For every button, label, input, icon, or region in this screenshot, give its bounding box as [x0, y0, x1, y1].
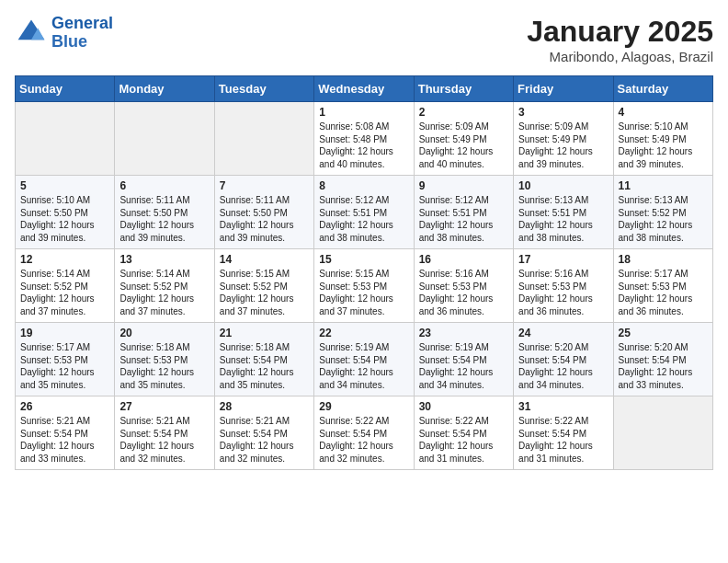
calendar-cell: 19Sunrise: 5:17 AM Sunset: 5:53 PM Dayli… — [16, 323, 115, 396]
calendar-cell: 23Sunrise: 5:19 AM Sunset: 5:54 PM Dayli… — [414, 323, 513, 396]
day-number: 27 — [119, 400, 209, 413]
day-info: Sunrise: 5:17 AM Sunset: 5:53 PM Dayligh… — [619, 268, 708, 317]
title-area: January 2025 Maribondo, Alagoas, Brazil — [527, 15, 713, 64]
day-number: 1 — [319, 106, 408, 119]
calendar-cell: 29Sunrise: 5:22 AM Sunset: 5:54 PM Dayli… — [314, 396, 414, 470]
day-info: Sunrise: 5:14 AM Sunset: 5:52 PM Dayligh… — [20, 268, 109, 317]
col-monday: Monday — [115, 76, 214, 102]
calendar-cell: 3Sunrise: 5:09 AM Sunset: 5:49 PM Daylig… — [514, 102, 613, 176]
calendar-cell: 12Sunrise: 5:14 AM Sunset: 5:52 PM Dayli… — [16, 249, 115, 323]
calendar-cell: 24Sunrise: 5:20 AM Sunset: 5:54 PM Dayli… — [514, 323, 613, 396]
day-number: 23 — [419, 327, 508, 339]
day-number: 22 — [319, 327, 408, 339]
calendar-cell: 17Sunrise: 5:16 AM Sunset: 5:53 PM Dayli… — [514, 249, 613, 323]
calendar-header-row: Sunday Monday Tuesday Wednesday Thursday… — [16, 76, 713, 102]
day-number: 21 — [220, 327, 309, 339]
day-number: 7 — [220, 179, 309, 192]
day-info: Sunrise: 5:20 AM Sunset: 5:54 PM Dayligh… — [518, 341, 608, 391]
day-info: Sunrise: 5:17 AM Sunset: 5:53 PM Dayligh… — [20, 341, 109, 391]
day-number: 4 — [619, 106, 708, 119]
calendar-cell: 15Sunrise: 5:15 AM Sunset: 5:53 PM Dayli… — [314, 249, 414, 323]
calendar-cell: 20Sunrise: 5:18 AM Sunset: 5:53 PM Dayli… — [115, 323, 214, 396]
day-number: 19 — [20, 327, 109, 339]
day-number: 29 — [319, 400, 408, 413]
calendar-cell — [115, 102, 214, 176]
calendar-cell: 25Sunrise: 5:20 AM Sunset: 5:54 PM Dayli… — [613, 323, 712, 396]
day-info: Sunrise: 5:21 AM Sunset: 5:54 PM Dayligh… — [119, 415, 209, 465]
calendar-cell: 1Sunrise: 5:08 AM Sunset: 5:48 PM Daylig… — [314, 102, 414, 176]
day-info: Sunrise: 5:14 AM Sunset: 5:52 PM Dayligh… — [119, 268, 209, 317]
col-tuesday: Tuesday — [214, 76, 313, 102]
day-info: Sunrise: 5:22 AM Sunset: 5:54 PM Dayligh… — [319, 415, 408, 465]
calendar-cell: 13Sunrise: 5:14 AM Sunset: 5:52 PM Dayli… — [115, 249, 214, 323]
day-number: 25 — [619, 327, 708, 339]
day-info: Sunrise: 5:21 AM Sunset: 5:54 PM Dayligh… — [220, 415, 309, 465]
day-info: Sunrise: 5:16 AM Sunset: 5:53 PM Dayligh… — [419, 268, 508, 317]
col-friday: Friday — [514, 76, 613, 102]
col-thursday: Thursday — [414, 76, 513, 102]
calendar-cell — [16, 102, 115, 176]
calendar-cell: 22Sunrise: 5:19 AM Sunset: 5:54 PM Dayli… — [314, 323, 414, 396]
day-number: 12 — [20, 253, 109, 266]
calendar-cell: 6Sunrise: 5:11 AM Sunset: 5:50 PM Daylig… — [115, 176, 214, 249]
day-number: 3 — [518, 106, 608, 119]
logo-icon — [15, 17, 48, 50]
calendar-cell: 30Sunrise: 5:22 AM Sunset: 5:54 PM Dayli… — [414, 396, 513, 470]
calendar-cell: 18Sunrise: 5:17 AM Sunset: 5:53 PM Dayli… — [613, 249, 712, 323]
logo-text: General Blue — [51, 15, 113, 52]
calendar-week-5: 26Sunrise: 5:21 AM Sunset: 5:54 PM Dayli… — [16, 396, 713, 470]
calendar-cell: 16Sunrise: 5:16 AM Sunset: 5:53 PM Dayli… — [414, 249, 513, 323]
calendar-cell: 9Sunrise: 5:12 AM Sunset: 5:51 PM Daylig… — [414, 176, 513, 249]
day-number: 11 — [619, 179, 708, 192]
day-number: 15 — [319, 253, 408, 266]
day-info: Sunrise: 5:16 AM Sunset: 5:53 PM Dayligh… — [518, 268, 608, 317]
day-info: Sunrise: 5:09 AM Sunset: 5:49 PM Dayligh… — [419, 121, 508, 170]
day-number: 26 — [20, 400, 109, 413]
day-info: Sunrise: 5:10 AM Sunset: 5:50 PM Dayligh… — [20, 194, 109, 244]
day-number: 6 — [119, 179, 209, 192]
day-number: 17 — [518, 253, 608, 266]
calendar-week-3: 12Sunrise: 5:14 AM Sunset: 5:52 PM Dayli… — [16, 249, 713, 323]
calendar-cell: 27Sunrise: 5:21 AM Sunset: 5:54 PM Dayli… — [115, 396, 214, 470]
calendar-cell — [214, 102, 313, 176]
day-number: 5 — [20, 179, 109, 192]
calendar-cell: 21Sunrise: 5:18 AM Sunset: 5:54 PM Dayli… — [214, 323, 313, 396]
day-info: Sunrise: 5:10 AM Sunset: 5:49 PM Dayligh… — [619, 121, 708, 170]
day-info: Sunrise: 5:12 AM Sunset: 5:51 PM Dayligh… — [419, 194, 508, 244]
day-info: Sunrise: 5:21 AM Sunset: 5:54 PM Dayligh… — [20, 415, 109, 465]
day-info: Sunrise: 5:12 AM Sunset: 5:51 PM Dayligh… — [319, 194, 408, 244]
col-sunday: Sunday — [16, 76, 115, 102]
calendar-cell: 14Sunrise: 5:15 AM Sunset: 5:52 PM Dayli… — [214, 249, 313, 323]
header: General Blue January 2025 Maribondo, Ala… — [15, 15, 713, 64]
calendar-week-1: 1Sunrise: 5:08 AM Sunset: 5:48 PM Daylig… — [16, 102, 713, 176]
calendar-title: January 2025 — [527, 15, 713, 49]
day-info: Sunrise: 5:19 AM Sunset: 5:54 PM Dayligh… — [419, 341, 508, 391]
day-info: Sunrise: 5:11 AM Sunset: 5:50 PM Dayligh… — [119, 194, 209, 244]
calendar-week-2: 5Sunrise: 5:10 AM Sunset: 5:50 PM Daylig… — [16, 176, 713, 249]
day-number: 18 — [619, 253, 708, 266]
day-number: 8 — [319, 179, 408, 192]
col-saturday: Saturday — [613, 76, 712, 102]
day-info: Sunrise: 5:18 AM Sunset: 5:53 PM Dayligh… — [119, 341, 209, 391]
day-number: 9 — [419, 179, 508, 192]
day-info: Sunrise: 5:13 AM Sunset: 5:51 PM Dayligh… — [518, 194, 608, 244]
calendar-cell: 4Sunrise: 5:10 AM Sunset: 5:49 PM Daylig… — [613, 102, 712, 176]
day-number: 14 — [220, 253, 309, 266]
logo-line2: Blue — [51, 32, 87, 51]
calendar-cell: 5Sunrise: 5:10 AM Sunset: 5:50 PM Daylig… — [16, 176, 115, 249]
calendar-cell: 31Sunrise: 5:22 AM Sunset: 5:54 PM Dayli… — [514, 396, 613, 470]
day-info: Sunrise: 5:18 AM Sunset: 5:54 PM Dayligh… — [220, 341, 309, 391]
calendar-cell: 28Sunrise: 5:21 AM Sunset: 5:54 PM Dayli… — [214, 396, 313, 470]
calendar-cell: 7Sunrise: 5:11 AM Sunset: 5:50 PM Daylig… — [214, 176, 313, 249]
day-number: 20 — [119, 327, 209, 339]
day-info: Sunrise: 5:09 AM Sunset: 5:49 PM Dayligh… — [518, 121, 608, 170]
day-info: Sunrise: 5:19 AM Sunset: 5:54 PM Dayligh… — [319, 341, 408, 391]
calendar-cell: 11Sunrise: 5:13 AM Sunset: 5:52 PM Dayli… — [613, 176, 712, 249]
logo-line1: General — [51, 14, 113, 32]
logo: General Blue — [15, 15, 113, 52]
day-info: Sunrise: 5:22 AM Sunset: 5:54 PM Dayligh… — [419, 415, 508, 465]
day-info: Sunrise: 5:15 AM Sunset: 5:52 PM Dayligh… — [220, 268, 309, 317]
day-number: 16 — [419, 253, 508, 266]
day-number: 13 — [119, 253, 209, 266]
calendar-table: Sunday Monday Tuesday Wednesday Thursday… — [15, 75, 713, 470]
